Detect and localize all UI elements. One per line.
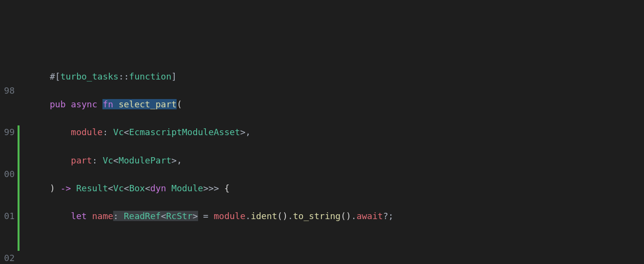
ret-box: Box xyxy=(129,183,145,193)
attr-path: turbo_tasks xyxy=(60,71,119,81)
param-name: module xyxy=(71,127,102,137)
type-inner: EcmascriptModuleAsset xyxy=(129,127,241,137)
module-var: module xyxy=(214,211,245,221)
line-number: 00 xyxy=(0,167,15,182)
code-line[interactable]: let name: ReadRef<RcStr> = module.ident(… xyxy=(20,209,644,223)
code-line[interactable]: pub async fn select_part( xyxy=(20,98,644,112)
ret-vc: Vc xyxy=(113,183,124,193)
fn-name: select_part xyxy=(119,99,177,109)
line-number: 01 xyxy=(0,209,15,223)
code-editor[interactable]: 98 99 00 01 02 03 04 05 06 07 08 09 10 1… xyxy=(0,56,644,264)
let-kw: let xyxy=(71,211,87,221)
fn-kw: fn xyxy=(102,99,113,109)
line-number: 02 xyxy=(0,251,15,264)
code-area[interactable]: #[turbo_tasks::function] pub async fn se… xyxy=(20,56,644,264)
code-line[interactable]: ) -> Result<Vc<Box<dyn Module>>> { xyxy=(20,182,644,196)
var-name: name xyxy=(92,211,113,221)
code-line[interactable]: module: Vc<EcmascriptModuleAsset>, xyxy=(20,125,644,140)
await-kw: await xyxy=(357,211,383,221)
readref-type: ReadRef xyxy=(124,211,161,221)
attr-open: #[ xyxy=(50,71,60,81)
to-string-call: to_string xyxy=(293,211,341,221)
pub-kw: pub xyxy=(50,99,66,109)
code-line[interactable] xyxy=(20,237,644,251)
type-vc: Vc xyxy=(102,155,113,165)
type-inner: ModulePart xyxy=(119,155,171,165)
code-line[interactable]: #[turbo_tasks::function] xyxy=(20,70,644,84)
ret-module: Module xyxy=(171,183,203,193)
code-line[interactable]: part: Vc<ModulePart>, xyxy=(20,154,644,168)
attr-close: ] xyxy=(171,71,177,81)
line-number: 98 xyxy=(0,84,15,98)
line-number-gutter: 98 99 00 01 02 03 04 05 06 07 08 09 10 1… xyxy=(0,56,18,264)
dyn-kw: dyn xyxy=(150,183,166,193)
ret-result: Result xyxy=(76,183,108,193)
attr-sep: :: xyxy=(119,71,129,81)
git-added-marker xyxy=(18,125,20,251)
type-vc: Vc xyxy=(113,127,124,137)
rcstr-type: RcStr xyxy=(166,211,192,221)
attr-name: function xyxy=(129,71,172,81)
line-number: 99 xyxy=(0,125,15,140)
param-name: part xyxy=(71,155,92,165)
async-kw: async xyxy=(71,99,97,109)
ident-call: ident xyxy=(251,211,277,221)
